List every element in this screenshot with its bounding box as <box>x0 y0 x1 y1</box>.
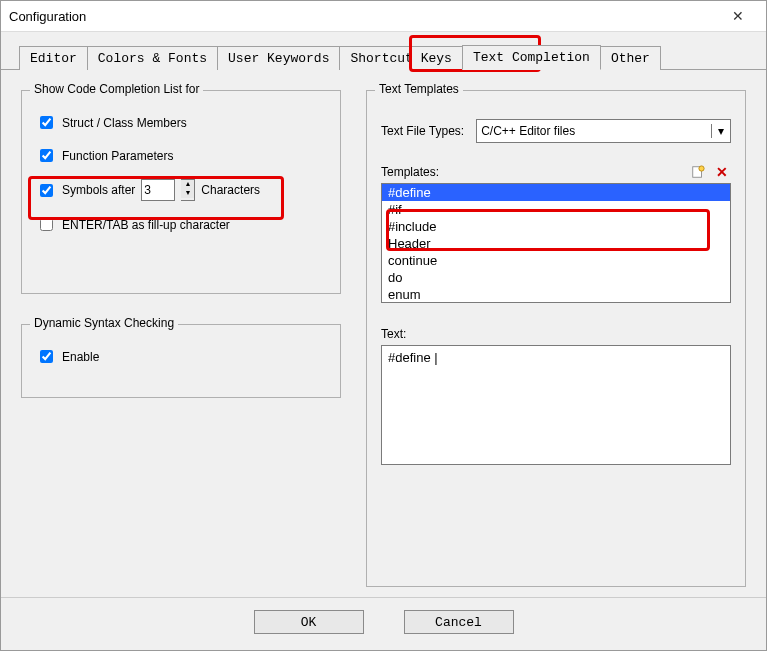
spin-up-icon: ▲ <box>181 180 194 189</box>
templates-list[interactable]: #define #if #include Header continue do … <box>381 183 731 303</box>
filetype-row: Text File Types: C/C++ Editor files ▾ <box>381 119 731 143</box>
text-box[interactable]: #define | <box>381 345 731 465</box>
new-template-button[interactable] <box>689 163 707 181</box>
template-item[interactable]: Header <box>382 235 730 252</box>
enter-tab-row: ENTER/TAB as fill-up character <box>36 215 326 234</box>
template-item[interactable]: do <box>382 269 730 286</box>
template-item[interactable]: #if <box>382 201 730 218</box>
template-item[interactable]: continue <box>382 252 730 269</box>
syntax-title: Dynamic Syntax Checking <box>30 316 178 330</box>
tab-user-keywords[interactable]: User Keywords <box>217 46 340 70</box>
window-title: Configuration <box>9 9 718 24</box>
syntax-enable-checkbox[interactable] <box>40 350 53 363</box>
cancel-button[interactable]: Cancel <box>404 610 514 634</box>
text-value: #define | <box>388 350 438 365</box>
tab-colors-fonts[interactable]: Colors & Fonts <box>87 46 218 70</box>
code-completion-title: Show Code Completion List for <box>30 82 203 96</box>
text-label: Text: <box>381 327 731 341</box>
spin-down-icon: ▼ <box>181 189 194 198</box>
config-window: Configuration ✕ Editor Colors & Fonts Us… <box>0 0 767 651</box>
titlebar: Configuration ✕ <box>1 1 766 32</box>
syntax-group: Dynamic Syntax Checking Enable <box>21 324 341 398</box>
dropdown-arrow-icon: ▾ <box>711 124 730 138</box>
symbols-count-input[interactable] <box>141 179 175 201</box>
close-icon: ✕ <box>732 8 744 24</box>
text-templates-group: Text Templates Text File Types: C/C++ Ed… <box>366 90 746 587</box>
close-button[interactable]: ✕ <box>718 2 758 30</box>
filetype-select[interactable]: C/C++ Editor files ▾ <box>476 119 731 143</box>
struct-label: Struct / Class Members <box>62 116 187 130</box>
tab-shortcut-keys[interactable]: Shortcut Keys <box>339 46 462 70</box>
delete-icon: ✕ <box>716 164 728 180</box>
struct-row: Struct / Class Members <box>36 113 326 132</box>
func-row: Function Parameters <box>36 146 326 165</box>
symbols-checkbox[interactable] <box>40 184 53 197</box>
template-item[interactable]: #include <box>382 218 730 235</box>
svg-point-1 <box>699 166 704 171</box>
filetype-value: C/C++ Editor files <box>481 124 575 138</box>
struct-checkbox[interactable] <box>40 116 53 129</box>
tab-text-completion[interactable]: Text Completion <box>462 45 601 70</box>
symbols-row: Symbols after ▲ ▼ Characters <box>36 179 326 201</box>
func-label: Function Parameters <box>62 149 173 163</box>
tab-editor[interactable]: Editor <box>19 46 88 70</box>
text-templates-title: Text Templates <box>375 82 463 96</box>
symbols-before-label: Symbols after <box>62 183 135 197</box>
symbols-after-label: Characters <box>201 183 260 197</box>
symbols-spinner[interactable]: ▲ ▼ <box>181 179 195 201</box>
tab-strip: Editor Colors & Fonts User Keywords Shor… <box>1 32 766 70</box>
tab-other[interactable]: Other <box>600 46 661 70</box>
templates-label: Templates: <box>381 165 683 179</box>
syntax-enable-row: Enable <box>36 347 326 366</box>
filetype-label: Text File Types: <box>381 124 464 138</box>
func-checkbox[interactable] <box>40 149 53 162</box>
template-item[interactable]: #define <box>382 184 730 201</box>
new-template-icon <box>691 165 705 179</box>
enter-tab-checkbox[interactable] <box>40 218 53 231</box>
content: Show Code Completion List for Struct / C… <box>1 70 766 597</box>
ok-button[interactable]: OK <box>254 610 364 634</box>
delete-template-button[interactable]: ✕ <box>713 163 731 181</box>
button-row: OK Cancel <box>1 597 766 650</box>
enter-tab-label: ENTER/TAB as fill-up character <box>62 218 230 232</box>
template-item[interactable]: enum <box>382 286 730 303</box>
left-column: Show Code Completion List for Struct / C… <box>21 90 341 587</box>
right-column: Text Templates Text File Types: C/C++ Ed… <box>366 90 746 587</box>
templates-header: Templates: ✕ <box>381 163 731 181</box>
syntax-enable-label: Enable <box>62 350 99 364</box>
code-completion-group: Show Code Completion List for Struct / C… <box>21 90 341 294</box>
